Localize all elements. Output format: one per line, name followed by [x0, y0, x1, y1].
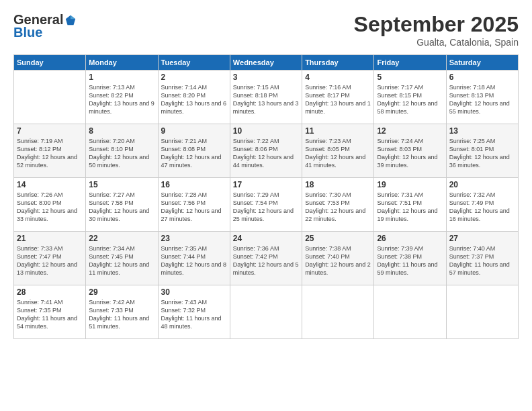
calendar-cell	[302, 285, 374, 339]
cell-info: Sunrise: 7:38 AMSunset: 7:40 PMDaylight:…	[305, 244, 371, 277]
calendar-cell	[230, 285, 302, 339]
cell-info: Sunrise: 7:39 AMSunset: 7:38 PMDaylight:…	[377, 244, 443, 277]
calendar-week-row: 7Sunrise: 7:19 AMSunset: 8:12 PMDaylight…	[14, 124, 519, 178]
cell-info: Sunrise: 7:21 AMSunset: 8:08 PMDaylight:…	[161, 137, 227, 170]
calendar-cell: 28Sunrise: 7:41 AMSunset: 7:35 PMDayligh…	[14, 285, 86, 339]
page: General Blue September 2025 Gualta, Cata…	[0, 0, 532, 411]
cell-info: Sunrise: 7:31 AMSunset: 7:51 PMDaylight:…	[377, 191, 443, 224]
calendar-cell: 19Sunrise: 7:31 AMSunset: 7:51 PMDayligh…	[374, 178, 446, 232]
cell-info: Sunrise: 7:40 AMSunset: 7:37 PMDaylight:…	[449, 244, 515, 277]
calendar-cell: 24Sunrise: 7:36 AMSunset: 7:42 PMDayligh…	[230, 232, 302, 285]
subtitle: Gualta, Catalonia, Spain	[354, 37, 519, 48]
cell-info: Sunrise: 7:15 AMSunset: 8:18 PMDaylight:…	[233, 83, 299, 116]
cell-info: Sunrise: 7:27 AMSunset: 7:58 PMDaylight:…	[89, 191, 154, 224]
cell-day-number: 7	[17, 126, 83, 136]
calendar-cell: 11Sunrise: 7:23 AMSunset: 8:05 PMDayligh…	[302, 124, 374, 178]
cell-day-number: 18	[305, 180, 371, 189]
svg-marker-1	[71, 15, 75, 18]
calendar-day-header: Friday	[374, 55, 446, 71]
calendar-cell: 18Sunrise: 7:30 AMSunset: 7:53 PMDayligh…	[302, 178, 374, 232]
cell-day-number: 14	[17, 180, 83, 189]
cell-day-number: 26	[377, 234, 443, 243]
month-title: September 2025	[354, 12, 519, 37]
calendar-day-header: Sunday	[14, 55, 86, 71]
cell-day-number: 30	[161, 287, 227, 297]
cell-day-number: 12	[377, 126, 443, 136]
cell-day-number: 3	[233, 73, 299, 82]
cell-day-number: 10	[233, 126, 299, 136]
calendar-cell: 16Sunrise: 7:28 AMSunset: 7:56 PMDayligh…	[158, 178, 230, 232]
calendar-week-row: 21Sunrise: 7:33 AMSunset: 7:47 PMDayligh…	[14, 232, 519, 285]
cell-day-number: 24	[233, 234, 299, 243]
calendar-cell: 4Sunrise: 7:16 AMSunset: 8:17 PMDaylight…	[302, 71, 374, 124]
calendar-cell: 27Sunrise: 7:40 AMSunset: 7:37 PMDayligh…	[446, 232, 518, 285]
cell-info: Sunrise: 7:29 AMSunset: 7:54 PMDaylight:…	[233, 191, 299, 224]
calendar-week-row: 28Sunrise: 7:41 AMSunset: 7:35 PMDayligh…	[14, 285, 519, 339]
calendar-cell: 3Sunrise: 7:15 AMSunset: 8:18 PMDaylight…	[230, 71, 302, 124]
cell-info: Sunrise: 7:32 AMSunset: 7:49 PMDaylight:…	[449, 191, 515, 224]
cell-day-number: 20	[449, 180, 515, 189]
cell-info: Sunrise: 7:26 AMSunset: 8:00 PMDaylight:…	[17, 191, 83, 224]
header: General Blue September 2025 Gualta, Cata…	[13, 12, 519, 48]
cell-day-number: 1	[89, 73, 154, 82]
cell-day-number: 5	[377, 73, 443, 82]
cell-day-number: 13	[449, 126, 515, 136]
calendar-week-row: 14Sunrise: 7:26 AMSunset: 8:00 PMDayligh…	[14, 178, 519, 232]
calendar-week-row: 1Sunrise: 7:13 AMSunset: 8:22 PMDaylight…	[14, 71, 519, 124]
title-block: September 2025 Gualta, Catalonia, Spain	[354, 12, 519, 48]
calendar-cell: 14Sunrise: 7:26 AMSunset: 8:00 PMDayligh…	[14, 178, 86, 232]
calendar-cell: 7Sunrise: 7:19 AMSunset: 8:12 PMDaylight…	[14, 124, 86, 178]
calendar-day-header: Thursday	[302, 55, 374, 71]
cell-info: Sunrise: 7:24 AMSunset: 8:03 PMDaylight:…	[377, 137, 443, 170]
calendar-cell: 6Sunrise: 7:18 AMSunset: 8:13 PMDaylight…	[446, 71, 518, 124]
cell-info: Sunrise: 7:43 AMSunset: 7:32 PMDaylight:…	[161, 298, 227, 331]
calendar-cell: 12Sunrise: 7:24 AMSunset: 8:03 PMDayligh…	[374, 124, 446, 178]
calendar-cell: 30Sunrise: 7:43 AMSunset: 7:32 PMDayligh…	[158, 285, 230, 339]
cell-day-number: 29	[89, 287, 154, 297]
logo: General Blue	[13, 12, 77, 40]
cell-info: Sunrise: 7:20 AMSunset: 8:10 PMDaylight:…	[89, 137, 154, 170]
calendar-cell	[14, 71, 86, 124]
cell-info: Sunrise: 7:34 AMSunset: 7:45 PMDaylight:…	[89, 244, 154, 277]
cell-day-number: 11	[305, 126, 371, 136]
calendar-cell: 13Sunrise: 7:25 AMSunset: 8:01 PMDayligh…	[446, 124, 518, 178]
calendar-cell: 26Sunrise: 7:39 AMSunset: 7:38 PMDayligh…	[374, 232, 446, 285]
calendar-cell: 15Sunrise: 7:27 AMSunset: 7:58 PMDayligh…	[86, 178, 158, 232]
cell-info: Sunrise: 7:36 AMSunset: 7:42 PMDaylight:…	[233, 244, 299, 277]
cell-day-number: 4	[305, 73, 371, 82]
cell-day-number: 21	[17, 234, 83, 243]
cell-info: Sunrise: 7:17 AMSunset: 8:15 PMDaylight:…	[377, 83, 443, 116]
cell-info: Sunrise: 7:25 AMSunset: 8:01 PMDaylight:…	[449, 137, 515, 170]
cell-info: Sunrise: 7:16 AMSunset: 8:17 PMDaylight:…	[305, 83, 371, 116]
calendar-cell: 21Sunrise: 7:33 AMSunset: 7:47 PMDayligh…	[14, 232, 86, 285]
cell-info: Sunrise: 7:13 AMSunset: 8:22 PMDaylight:…	[89, 83, 154, 116]
cell-day-number: 19	[377, 180, 443, 189]
calendar-cell: 2Sunrise: 7:14 AMSunset: 8:20 PMDaylight…	[158, 71, 230, 124]
cell-day-number: 25	[305, 234, 371, 243]
cell-info: Sunrise: 7:35 AMSunset: 7:44 PMDaylight:…	[161, 244, 227, 277]
cell-day-number: 23	[161, 234, 227, 243]
cell-info: Sunrise: 7:33 AMSunset: 7:47 PMDaylight:…	[17, 244, 83, 277]
calendar-cell: 1Sunrise: 7:13 AMSunset: 8:22 PMDaylight…	[86, 71, 158, 124]
calendar-cell: 23Sunrise: 7:35 AMSunset: 7:44 PMDayligh…	[158, 232, 230, 285]
cell-day-number: 8	[89, 126, 154, 136]
cell-day-number: 15	[89, 180, 154, 189]
calendar-cell: 20Sunrise: 7:32 AMSunset: 7:49 PMDayligh…	[446, 178, 518, 232]
calendar: SundayMondayTuesdayWednesdayThursdayFrid…	[13, 54, 519, 339]
cell-day-number: 17	[233, 180, 299, 189]
cell-info: Sunrise: 7:19 AMSunset: 8:12 PMDaylight:…	[17, 137, 83, 170]
cell-info: Sunrise: 7:22 AMSunset: 8:06 PMDaylight:…	[233, 137, 299, 170]
cell-day-number: 16	[161, 180, 227, 189]
calendar-day-header: Wednesday	[230, 55, 302, 71]
calendar-cell: 10Sunrise: 7:22 AMSunset: 8:06 PMDayligh…	[230, 124, 302, 178]
cell-info: Sunrise: 7:41 AMSunset: 7:35 PMDaylight:…	[17, 298, 83, 331]
calendar-day-header: Saturday	[446, 55, 518, 71]
cell-day-number: 6	[449, 73, 515, 82]
calendar-cell: 22Sunrise: 7:34 AMSunset: 7:45 PMDayligh…	[86, 232, 158, 285]
cell-day-number: 22	[89, 234, 154, 243]
calendar-cell: 5Sunrise: 7:17 AMSunset: 8:15 PMDaylight…	[374, 71, 446, 124]
calendar-header-row: SundayMondayTuesdayWednesdayThursdayFrid…	[14, 55, 519, 71]
logo-icon	[64, 14, 77, 26]
cell-info: Sunrise: 7:14 AMSunset: 8:20 PMDaylight:…	[161, 83, 227, 116]
cell-info: Sunrise: 7:42 AMSunset: 7:33 PMDaylight:…	[89, 298, 154, 331]
